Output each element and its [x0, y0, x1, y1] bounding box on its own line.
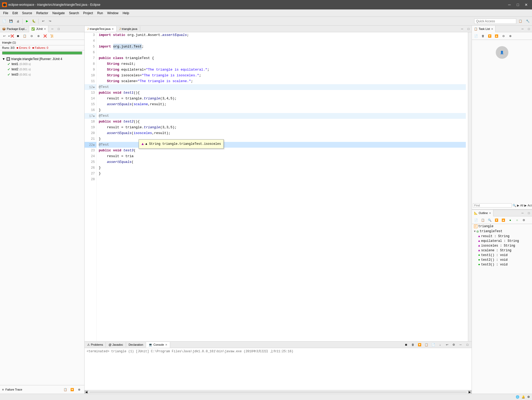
failure-expand[interactable]: ⊕ [76, 386, 82, 393]
maximize-button[interactable]: □ [514, 2, 521, 8]
console-stop[interactable]: ⏹ [403, 342, 409, 348]
outline-filter2[interactable]: 🔼 [500, 217, 507, 223]
outline-maximize[interactable]: □ [526, 210, 532, 216]
test-suite-item[interactable]: ▼ 🔲 triangle.triangleTest [Runner: JUnit… [0, 57, 84, 61]
outline-test2[interactable]: ● test2() : void [472, 258, 532, 262]
task-new[interactable]: 📄 [473, 33, 479, 39]
outline-sort2[interactable]: 📋 [480, 217, 486, 223]
outline-triangle-test-class[interactable]: ▼ ◎ triangleTest [472, 229, 532, 234]
scroll-track[interactable] [89, 391, 467, 393]
task-find-btn[interactable]: 🔍 [512, 202, 517, 209]
toolbar-perspective2[interactable]: 🔧 [525, 18, 531, 24]
outline-close[interactable]: ✕ [489, 212, 491, 215]
console-scrollbar[interactable]: ◀ ▶ [85, 390, 472, 394]
editor-scrollbar[interactable] [468, 32, 472, 341]
junit-show-failed[interactable]: ❌ [42, 33, 48, 39]
task-expand[interactable]: ⊕ [507, 33, 513, 39]
menu-run[interactable]: Run [95, 10, 105, 16]
outline-equilateral[interactable]: ▲ equilateral : String [472, 239, 532, 243]
console-copy[interactable]: 📋 [423, 342, 430, 348]
console-close[interactable]: ✕ [165, 343, 167, 346]
tab-declaration[interactable]: Declaration [126, 342, 146, 347]
title-bar-controls[interactable]: ─ □ ✕ [506, 2, 530, 8]
acti-filter-label[interactable]: Acti... [528, 204, 532, 207]
editor-content[interactable]: 3 4 5 6 7 8 9 10 11 12◈ 13 14 15 16 17◈ … [85, 32, 472, 341]
junit-scroll[interactable]: 📜 [49, 33, 55, 39]
tab-triangle[interactable]: J triangle.java [117, 26, 140, 31]
tab-javadoc[interactable]: @ Javadoc [106, 342, 126, 347]
editor-minimize[interactable]: ─ [459, 26, 465, 32]
junit-collapse[interactable]: ⊖ [28, 33, 35, 39]
toolbar-run[interactable]: ▶ [24, 18, 30, 24]
failure-copy[interactable]: 📋 [62, 386, 69, 393]
code-content[interactable]: import static org.junit.Assert.assertEqu… [97, 32, 468, 341]
junit-close[interactable]: ✕ [44, 28, 46, 30]
task-filter1[interactable]: 🔽 [487, 33, 493, 39]
tab-task-list[interactable]: 📋 Task List ✕ [472, 26, 496, 32]
task-list-close[interactable]: ✕ [491, 28, 493, 30]
editor-maximize[interactable]: □ [465, 26, 472, 32]
tab-junit[interactable]: ✅ JUnit ✕ [29, 26, 48, 32]
console-paste[interactable]: 📄 [430, 342, 436, 348]
junit-rerun[interactable]: ↩ [1, 33, 7, 39]
panel-maximize[interactable]: □ [56, 26, 62, 32]
outline-settings[interactable]: ⚙ [521, 217, 527, 223]
outline-green1[interactable]: ● [507, 217, 513, 223]
console-maximize[interactable]: □ [464, 342, 471, 348]
outline-minimize[interactable]: ─ [519, 210, 526, 216]
tab-problems[interactable]: ⚠ Problems [85, 342, 106, 348]
tab-package-explorer[interactable]: 📦 Package Expl... [0, 26, 29, 32]
close-button[interactable]: ✕ [523, 2, 530, 8]
panel-minimize[interactable]: ─ [49, 26, 56, 32]
toolbar-new[interactable]: 📄 [1, 18, 7, 24]
tab-console[interactable]: 💻 Console ✕ [146, 342, 170, 348]
menu-refactor[interactable]: Refactor [34, 10, 50, 16]
menu-help[interactable]: Help [121, 10, 131, 16]
task-find-input[interactable] [473, 203, 512, 207]
menu-project[interactable]: Project [81, 10, 95, 16]
junit-history[interactable]: 📋 [22, 33, 28, 39]
menu-file[interactable]: File [1, 10, 10, 16]
all-filter-label[interactable]: All [520, 204, 523, 207]
toolbar-debug[interactable]: 🐛 [31, 18, 37, 24]
task-collapse[interactable]: ⊖ [500, 33, 507, 39]
outline-result[interactable]: ▲ result : String [472, 234, 532, 239]
console-word-wrap[interactable]: ↩ [444, 342, 450, 348]
toolbar-print[interactable]: 🖨 [15, 18, 21, 24]
quick-access-input[interactable] [474, 19, 516, 24]
tab-triangle-test[interactable]: J triangleTest.java ✕ [85, 26, 117, 32]
toolbar-undo[interactable]: ↩ [40, 18, 46, 24]
console-filter[interactable]: 🔽 [416, 342, 423, 348]
menu-navigate[interactable]: Navigate [50, 10, 67, 16]
console-minimize[interactable]: ─ [457, 342, 464, 348]
minimize-button[interactable]: ─ [506, 2, 513, 8]
test3-item[interactable]: ✔ test3 (0.001 s) [0, 72, 84, 77]
toolbar-perspective1[interactable]: 📋 [517, 18, 524, 24]
failure-filter[interactable]: 🔽 [69, 386, 75, 393]
test2-item[interactable]: ✔ test2 (0.001 s) [0, 67, 84, 72]
toolbar-redo[interactable]: ↪ [47, 18, 53, 24]
junit-stop[interactable]: ⏹ [15, 33, 21, 39]
outline-scalene[interactable]: ▲ scalene : String [472, 248, 532, 253]
scroll-left[interactable]: ◀ [85, 390, 88, 394]
console-settings[interactable]: ⚙ [451, 342, 457, 348]
outline-test3[interactable]: ● test3() : void [472, 262, 532, 267]
tab-outline[interactable]: 📐 Outline ✕ [472, 210, 493, 216]
task-delete[interactable]: 🗑 [480, 33, 486, 39]
menu-source[interactable]: Source [20, 10, 34, 16]
test1-item[interactable]: ✔ test1 (0.003 s) [0, 61, 84, 67]
toolbar-save[interactable]: 💾 [8, 18, 14, 24]
scroll-right[interactable]: ▶ [468, 390, 472, 394]
console-clear[interactable]: 🗑 [410, 342, 416, 348]
junit-expand[interactable]: ⊕ [35, 33, 41, 39]
triangle-test-close[interactable]: ✕ [112, 28, 114, 30]
outline-filter1[interactable]: 🔽 [493, 217, 500, 223]
task-list-maximize[interactable]: □ [526, 26, 532, 32]
junit-rerun-failed[interactable]: ↩❌ [8, 33, 14, 39]
task-list-minimize[interactable]: ─ [519, 26, 526, 32]
console-scroll[interactable]: ↓ [437, 342, 443, 348]
outline-triangle-class[interactable]: C triangle [472, 224, 532, 229]
task-filter2[interactable]: 🔼 [493, 33, 500, 39]
menu-edit[interactable]: Edit [10, 10, 20, 16]
menu-search[interactable]: Search [67, 10, 81, 16]
